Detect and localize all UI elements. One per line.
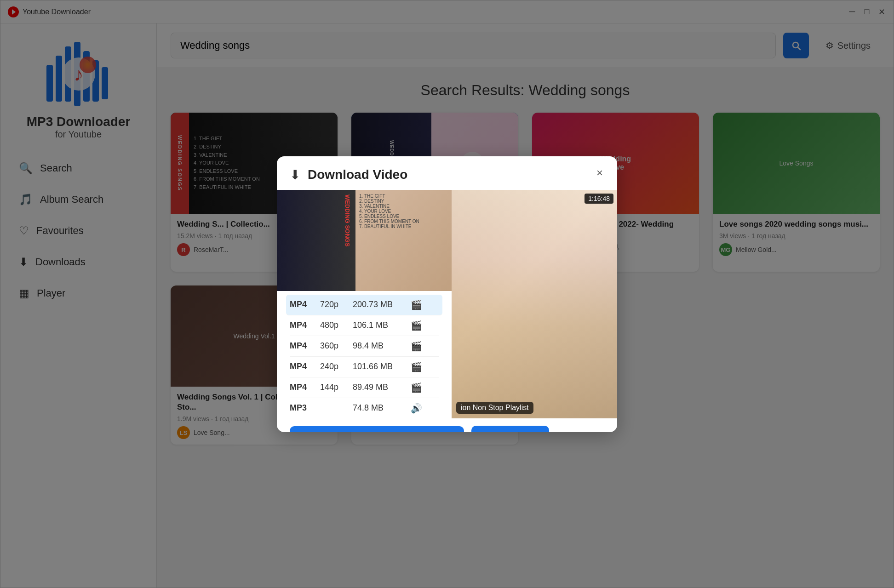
modal-left: WEDDING SONGS 1. THE GIFT 2. DESTINY 3. … (277, 190, 452, 418)
download-modal: ⬇ Download Video × WEDDING SONGS (277, 156, 617, 432)
format-quality: 480p (320, 320, 345, 330)
format-size: 101.66 MB (353, 362, 403, 371)
format-video-icon: 🎬 (411, 320, 422, 331)
format-size: 98.4 MB (353, 341, 403, 351)
format-size: 106.1 MB (353, 320, 403, 330)
modal-title: Download Video (308, 167, 407, 182)
format-row[interactable]: MP3 74.8 MB 🔊 (290, 398, 439, 418)
modal-close-button[interactable]: × (591, 165, 608, 181)
modal-large-thumbnail: ion Non Stop Playlist 1:16:48 (452, 190, 617, 418)
modal-video-preview: WEDDING SONGS 1. THE GIFT 2. DESTINY 3. … (277, 190, 452, 291)
format-quality: 360p (320, 341, 345, 351)
format-quality: 240p (320, 362, 345, 371)
modal-footer: MP4 720p 200.73 MB 🎬 Download Close (277, 418, 617, 432)
format-quality: 144p (320, 382, 345, 392)
close-button[interactable]: Close (556, 426, 604, 432)
format-type: MP4 (290, 341, 313, 351)
format-type: MP4 (290, 320, 313, 330)
app-window: Youtube Downloader ─ □ ✕ (0, 0, 894, 588)
modal-overlay[interactable]: ⬇ Download Video × WEDDING SONGS (0, 0, 894, 588)
format-size: 89.49 MB (353, 382, 403, 392)
format-row[interactable]: MP4 720p 200.73 MB 🎬 (286, 295, 442, 315)
format-row[interactable]: MP4 144p 89.49 MB 🎬 (290, 377, 439, 398)
format-video-icon: 🎬 (411, 382, 422, 393)
format-video-icon: 🎬 (411, 361, 422, 372)
format-video-icon: 🎬 (411, 299, 422, 310)
format-type: MP4 (290, 382, 313, 392)
format-quality: 720p (320, 300, 345, 309)
format-video-icon: 🎬 (411, 341, 422, 352)
format-type: MP4 (290, 300, 313, 309)
modal-video-overlay-text: ion Non Stop Playlist (456, 402, 533, 414)
format-audio-icon: 🔊 (411, 403, 422, 414)
format-row[interactable]: MP4 480p 106.1 MB 🎬 (290, 315, 439, 336)
download-header-icon: ⬇ (290, 167, 300, 183)
modal-video-duration: 1:16:48 (585, 194, 613, 204)
format-size: 200.73 MB (353, 300, 403, 309)
modal-right: ion Non Stop Playlist 1:16:48 (452, 190, 617, 418)
format-size: 74.8 MB (353, 403, 403, 413)
format-type: MP4 (290, 362, 313, 371)
format-list: MP4 720p 200.73 MB 🎬 MP4 480p 106.1 MB 🎬 (277, 291, 452, 418)
download-button[interactable]: Download (471, 426, 549, 432)
format-row[interactable]: MP4 360p 98.4 MB 🎬 (290, 336, 439, 357)
format-row[interactable]: MP4 240p 101.66 MB 🎬 (290, 357, 439, 377)
format-type: MP3 (290, 403, 313, 413)
selected-format-button[interactable]: MP4 720p 200.73 MB 🎬 (290, 426, 464, 432)
modal-header: ⬇ Download Video × (277, 156, 617, 190)
modal-body: WEDDING SONGS 1. THE GIFT 2. DESTINY 3. … (277, 190, 617, 418)
